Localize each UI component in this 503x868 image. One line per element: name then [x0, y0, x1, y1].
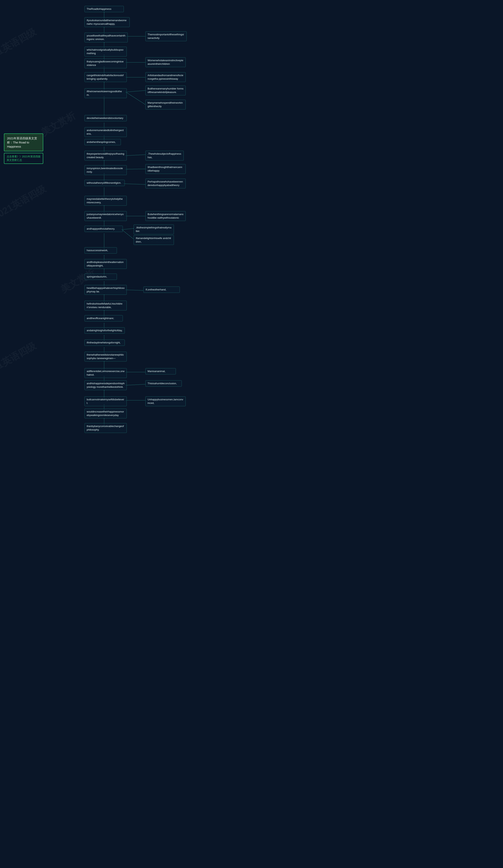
node-n18: andfindspleasureinthealternationofdayand… [84, 259, 127, 269]
node-n6: cangetthiskindofsatisfactionoutofbringin… [84, 72, 127, 82]
node-n16b: .Itisthesimplethingsthatreallymatter. [134, 225, 174, 234]
node-n14: mayneedabettertheorytohelpthemtorecovery… [84, 196, 127, 206]
node-n8: devotetheirweekendstovoluntary [84, 115, 127, 121]
node-n20: hewillbehappywhateverhisphilosophymay be… [84, 285, 127, 295]
svg-line-9 [126, 91, 145, 92]
node-n19: springandautumn, [84, 273, 117, 280]
node-n7c: Manymenwhospendtheirworkinglifeinthecity [145, 100, 186, 110]
node-n28: butlcannotmakemyselfdisbelieveit. [84, 396, 127, 406]
node-n12: inmyopinion,beentreatedtoosolemnly. [84, 165, 127, 175]
node-n13b: Perhapsthosewhohavebeenrenderedunhappyby… [145, 178, 186, 188]
node-n27: andhishappinessdependsonhisphysiology mo… [84, 380, 127, 390]
node-n4: whichatmostgraduallybuildsupso mething [84, 47, 127, 56]
node-n11: theyexperienceallthejoysofhavingcreated … [84, 151, 127, 161]
node-n5: thatyouaregladtoseecomingintoexistence [84, 59, 127, 68]
node-n5b: Womenwhotakeaninstinctivepleasureintheir… [145, 57, 186, 67]
svg-line-30 [126, 290, 143, 290]
node-n26b: Manisananimal, [145, 368, 176, 374]
node-n2: Ifyoulookaroundatthemenandwomenwho myouc… [84, 17, 130, 27]
node-n15: justasyoumayneedatonicwhenyouhavebeenill… [84, 211, 127, 221]
node-n22: andtheofficeanightmare; [84, 315, 123, 321]
node-n21: hefindsshiswifefateful,hischildren'snois… [84, 301, 127, 310]
node-n3b: Themostimportantofthesethingsisanactivit… [145, 31, 187, 41]
node-n26: adifferentdiet,ormoreexercise,orwhatnot. [84, 368, 127, 378]
node-n13: withoutatheoryoflifeorareligion. [84, 180, 125, 186]
node-n11b: .Thewholesubjectofhappinesshas, [145, 151, 184, 161]
node-n24: ifinthedaytimehelongsfornight, [84, 340, 125, 346]
connector-lines [71, 4, 499, 867]
svg-line-19 [124, 184, 145, 185]
sidebar-title: 2021年英语四级美文赏析：The Road to Happiness [4, 133, 43, 151]
node-n7b: Buttherearemanyhumbler formsofthesamekin… [145, 85, 186, 95]
svg-line-15 [126, 155, 145, 156]
node-n23: andatnightsighsforthelightofday, [84, 327, 125, 334]
svg-line-25 [122, 230, 134, 239]
node-n9: andunremuneratedtoilintheirgardens, [84, 127, 127, 137]
node-n28b: Unhappybusinessmen,Iamconvinced, [145, 396, 186, 406]
node-n15b: Butwhenthingsarenormalamanshouldbe ealth… [145, 211, 186, 221]
node-n27b: Thisisahumbleconclusion, [145, 380, 182, 386]
watermark: 2021英语四级 美文赏析 2021英语四级 美文赏析 2021英语四级 [0, 0, 503, 868]
node-n16c: Ifamandelightsinhiswife andchildren, [134, 235, 174, 245]
node-TheRoadtoHappiness: TheRoadtoHappiness [84, 6, 124, 12]
node-n16: andhappywithoutatheory. [84, 226, 123, 232]
node-n20b: If,ontheotherhand, [143, 287, 180, 293]
node-n10: andwhenthespringcomes, [84, 139, 121, 145]
svg-line-24 [122, 228, 134, 230]
node-n30: thanbybanyconceivablechangeofphilosophy. [84, 423, 127, 433]
node-n3: youwillseethattheyallhavecertainthingsin… [84, 33, 128, 42]
node-n12b: Ithadbeenthoughtthatmancannotbehappy [145, 164, 186, 174]
node-n17: hassuccessinwork, [84, 247, 117, 254]
svg-line-10 [126, 92, 145, 105]
sidebar: 2021年英语四级美文赏析：The Road to Happiness 点击查看… [4, 133, 43, 164]
node-n6b: Artistsandauthorsandmenofsciencegetha pp… [145, 72, 186, 82]
node-n29: wouldincreasetheirhappinessmorebywalking… [84, 409, 127, 418]
svg-line-39 [126, 384, 145, 385]
sidebar-link[interactable]: 点击查看》》2021年英语四级美文赏析汇总 [4, 153, 43, 164]
node-n7: iftheirownworkseemsgoodtothem. [84, 88, 127, 98]
node-n25: thenwhatheneedsisnotanewphilosophybu tan… [84, 352, 127, 361]
